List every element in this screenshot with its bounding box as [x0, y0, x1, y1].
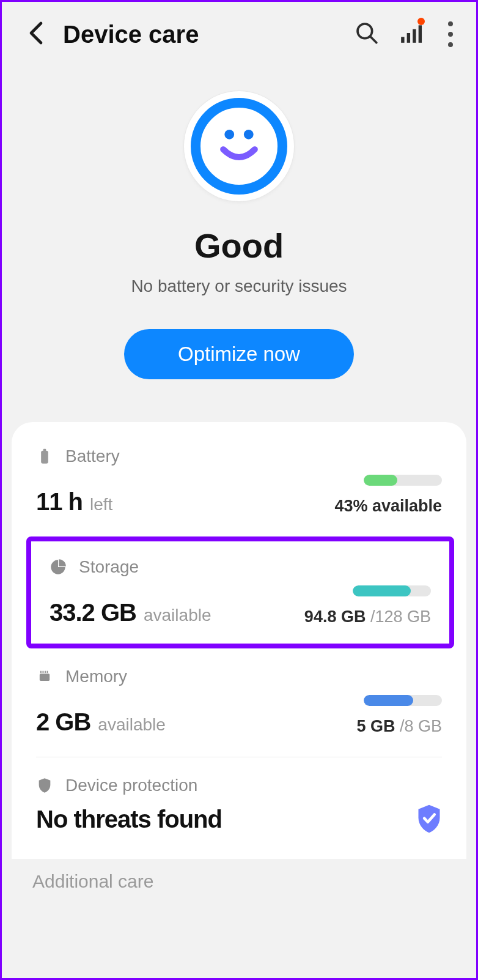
svg-rect-14 [47, 671, 48, 674]
svg-line-1 [370, 37, 377, 42]
memory-value: 2 GB [36, 708, 90, 736]
svg-rect-5 [419, 25, 422, 42]
svg-rect-11 [40, 671, 42, 674]
svg-rect-4 [413, 29, 416, 43]
back-icon[interactable] [26, 20, 46, 49]
protection-status: No threats found [36, 806, 222, 833]
notification-dot-icon [417, 18, 425, 25]
battery-right-text: 43% available [334, 497, 442, 516]
svg-rect-10 [40, 674, 50, 681]
care-card: Battery 11 h left 43% available Storage … [12, 422, 466, 859]
page-title: Device care [63, 21, 338, 48]
header-actions [355, 19, 458, 50]
optimize-button[interactable]: Optimize now [124, 329, 354, 379]
svg-point-6 [224, 130, 234, 139]
battery-suffix: left [90, 495, 112, 514]
storage-value: 33.2 GB [50, 599, 136, 626]
svg-rect-9 [43, 449, 46, 451]
protection-label: Device protection [65, 776, 197, 795]
status-title: Good [2, 226, 476, 265]
storage-label: Storage [79, 557, 139, 577]
memory-icon [36, 668, 53, 685]
search-icon[interactable] [355, 21, 378, 47]
protection-row[interactable]: Device protection No threats found [12, 757, 466, 856]
svg-rect-2 [401, 37, 404, 42]
memory-right-text: 5 GB /8 GB [356, 717, 442, 736]
memory-bar [364, 695, 442, 706]
shield-check-icon [416, 804, 442, 833]
battery-label: Battery [65, 447, 120, 466]
storage-bar [353, 585, 431, 596]
storage-suffix: available [144, 606, 211, 625]
battery-icon [36, 448, 53, 465]
storage-icon [50, 559, 67, 576]
svg-point-7 [244, 130, 254, 139]
memory-label: Memory [65, 667, 127, 686]
status-face-icon [184, 91, 294, 201]
status-subtitle: No battery or security issues [2, 277, 476, 296]
storage-row[interactable]: Storage 33.2 GB available 94.8 GB /128 G… [26, 536, 454, 648]
memory-row[interactable]: Memory 2 GB available 5 GB /8 GB [12, 648, 466, 757]
svg-rect-3 [407, 33, 410, 43]
more-icon[interactable] [443, 19, 458, 50]
svg-rect-8 [41, 451, 48, 464]
battery-row[interactable]: Battery 11 h left 43% available [12, 428, 466, 536]
status-block: Good No battery or security issues Optim… [2, 62, 476, 422]
svg-rect-13 [45, 671, 46, 674]
storage-right-text: 94.8 GB /128 GB [304, 607, 431, 626]
header: Device care [2, 2, 476, 62]
battery-bar [364, 475, 442, 486]
signal-wrap[interactable] [399, 21, 422, 47]
battery-value: 11 h [36, 488, 83, 516]
signal-bars-icon [399, 36, 422, 46]
svg-rect-12 [43, 671, 44, 674]
shield-icon [36, 777, 53, 794]
additional-care-heading: Additional care [2, 859, 476, 892]
memory-suffix: available [98, 715, 166, 735]
